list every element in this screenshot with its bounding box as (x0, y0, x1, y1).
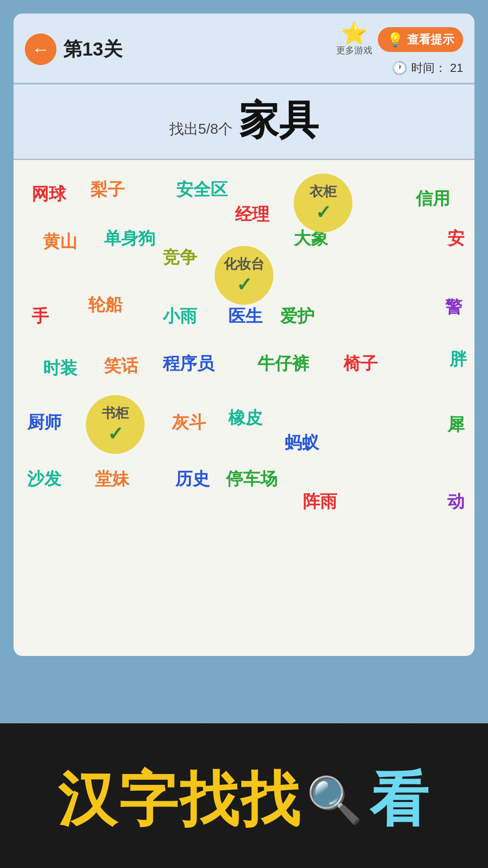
timer-value: 21 (450, 61, 463, 75)
word-item[interactable]: 犀 (447, 413, 465, 436)
banner-text2: 看 (370, 760, 431, 840)
more-games-label: 更多游戏 (336, 44, 372, 57)
timer-icon: 🕐 (392, 61, 408, 75)
level-title: 第13关 (63, 37, 122, 62)
word-item[interactable]: 笑话 (104, 354, 138, 377)
word-item[interactable]: 堂妹 (95, 467, 129, 491)
banner-text1: 汉字找找 (58, 760, 302, 840)
word-item[interactable]: 动 (447, 490, 465, 513)
word-item[interactable]: 爱护 (280, 305, 314, 328)
word-item[interactable]: 安 (447, 227, 465, 250)
word-item[interactable]: 警 (445, 296, 462, 319)
word-item[interactable]: 椅子 (343, 352, 378, 375)
timer-label: 时间： (411, 60, 446, 76)
banner-text: 汉字找找 🔍 看 (58, 751, 431, 840)
category-word: 家具 (239, 94, 319, 147)
word-item[interactable]: 阵雨 (303, 490, 337, 513)
hint-icon: 💡 (387, 32, 404, 47)
bottom-banner: 汉字找找 🔍 看 (0, 723, 488, 868)
top-right-row: ⭐ 更多游戏 💡 查看提示 (336, 23, 463, 57)
word-item[interactable]: 沙发 (27, 467, 61, 491)
back-arrow-icon: ← (32, 40, 50, 58)
word-item[interactable]: 蚂蚁 (285, 431, 319, 454)
category-area: 找出5/8个 家具 (14, 85, 474, 159)
word-item[interactable]: 网球 (32, 183, 66, 206)
word-item[interactable]: 历史 (175, 467, 210, 491)
word-item[interactable]: 胖 (450, 348, 467, 371)
game-board: 网球梨子安全区信用经理黄山单身狗竞争大象安手轮船小雨医生爱护警时装笑话程序员牛仔… (14, 159, 474, 656)
word-item[interactable]: 厨师 (27, 411, 61, 434)
word-item[interactable]: 程序员 (163, 352, 214, 375)
word-item[interactable]: 梨子 (90, 178, 125, 201)
found-item[interactable]: 衣柜✓ (294, 174, 352, 232)
category-instruction: 找出5/8个 (169, 119, 233, 139)
banner-wave (0, 723, 488, 737)
word-item[interactable]: 信用 (416, 187, 450, 210)
word-item[interactable]: 竞争 (163, 246, 197, 269)
word-item[interactable]: 轮船 (88, 293, 122, 316)
magnifier-icon: 🔍 (306, 774, 365, 827)
word-item[interactable]: 牛仔裤 (258, 352, 309, 375)
word-item[interactable]: 灰斗 (172, 411, 206, 434)
timer-row: 🕐 时间： 21 (392, 60, 463, 76)
header-right: ⭐ 更多游戏 💡 查看提示 🕐 时间： 21 (336, 23, 463, 76)
word-item[interactable]: 手 (32, 305, 49, 328)
word-item[interactable]: 经理 (235, 203, 269, 226)
found-item[interactable]: 化妆台✓ (215, 246, 273, 305)
game-container: ← 第13关 ⭐ 更多游戏 💡 查看提示 🕐 时间： 21 (14, 14, 474, 656)
word-item[interactable]: 单身狗 (104, 227, 155, 250)
word-item[interactable]: 小雨 (163, 305, 197, 328)
found-item[interactable]: 书柜✓ (86, 395, 145, 454)
word-item[interactable]: 黄山 (43, 230, 77, 253)
word-item[interactable]: 时装 (43, 357, 77, 380)
word-item[interactable]: 安全区 (176, 178, 228, 201)
hint-button[interactable]: 💡 查看提示 (378, 27, 463, 52)
header: ← 第13关 ⭐ 更多游戏 💡 查看提示 🕐 时间： 21 (14, 14, 474, 83)
star-more-games[interactable]: ⭐ 更多游戏 (336, 23, 372, 57)
header-left: ← 第13关 (25, 33, 122, 65)
hint-label: 查看提示 (407, 32, 454, 47)
word-item[interactable]: 医生 (228, 305, 263, 328)
word-item[interactable]: 停车场 (226, 467, 277, 491)
back-button[interactable]: ← (25, 33, 56, 65)
star-icon: ⭐ (341, 23, 368, 44)
word-item[interactable]: 橡皮 (228, 406, 263, 429)
